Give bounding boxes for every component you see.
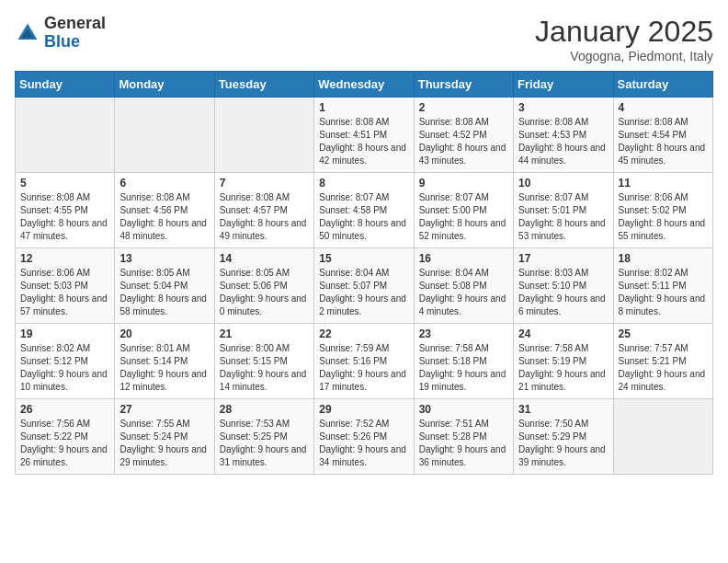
logo-text: General Blue — [44, 15, 106, 52]
calendar-day-cell: 25Sunrise: 7:57 AM Sunset: 5:21 PM Dayli… — [613, 324, 712, 399]
day-info: Sunrise: 7:58 AM Sunset: 5:18 PM Dayligh… — [419, 342, 508, 394]
day-number: 15 — [319, 252, 408, 265]
day-number: 16 — [419, 252, 508, 265]
day-number: 22 — [319, 327, 408, 340]
day-number: 10 — [518, 177, 608, 190]
location: Vogogna, Piedmont, Italy — [535, 49, 713, 63]
calendar-day-cell: 1Sunrise: 8:08 AM Sunset: 4:51 PM Daylig… — [314, 98, 414, 173]
calendar-week-row: 1Sunrise: 8:08 AM Sunset: 4:51 PM Daylig… — [16, 98, 713, 173]
weekday-header: Friday — [514, 72, 613, 98]
calendar-day-cell: 11Sunrise: 8:06 AM Sunset: 5:02 PM Dayli… — [613, 173, 712, 248]
day-info: Sunrise: 8:04 AM Sunset: 5:07 PM Dayligh… — [319, 267, 408, 318]
calendar-day-cell: 13Sunrise: 8:05 AM Sunset: 5:04 PM Dayli… — [115, 248, 214, 324]
calendar-week-row: 26Sunrise: 7:56 AM Sunset: 5:22 PM Dayli… — [16, 399, 713, 475]
day-info: Sunrise: 8:08 AM Sunset: 4:52 PM Dayligh… — [419, 116, 508, 167]
calendar-day-cell: 12Sunrise: 8:06 AM Sunset: 5:03 PM Dayli… — [16, 248, 115, 324]
calendar-day-cell: 10Sunrise: 8:07 AM Sunset: 5:01 PM Dayli… — [514, 173, 613, 248]
day-number: 6 — [119, 177, 209, 190]
day-number: 19 — [20, 327, 109, 340]
day-number: 31 — [518, 403, 608, 416]
day-info: Sunrise: 8:07 AM Sunset: 4:58 PM Dayligh… — [319, 191, 408, 243]
day-number: 1 — [319, 101, 408, 114]
calendar-day-cell: 15Sunrise: 8:04 AM Sunset: 5:07 PM Dayli… — [314, 248, 414, 324]
day-number: 14 — [220, 252, 309, 265]
calendar-day-cell: 30Sunrise: 7:51 AM Sunset: 5:28 PM Dayli… — [414, 399, 513, 475]
day-number: 4 — [619, 101, 708, 114]
calendar-week-row: 12Sunrise: 8:06 AM Sunset: 5:03 PM Dayli… — [16, 248, 713, 324]
day-number: 29 — [319, 403, 408, 416]
calendar-day-cell: 14Sunrise: 8:05 AM Sunset: 5:06 PM Dayli… — [214, 248, 313, 324]
calendar-day-cell: 22Sunrise: 7:59 AM Sunset: 5:16 PM Dayli… — [314, 324, 414, 399]
day-info: Sunrise: 7:51 AM Sunset: 5:28 PM Dayligh… — [419, 418, 508, 469]
day-info: Sunrise: 8:03 AM Sunset: 5:10 PM Dayligh… — [518, 267, 608, 318]
day-info: Sunrise: 8:05 AM Sunset: 5:04 PM Dayligh… — [119, 267, 209, 318]
day-number: 23 — [419, 327, 508, 340]
day-number: 12 — [20, 252, 109, 265]
day-info: Sunrise: 7:57 AM Sunset: 5:21 PM Dayligh… — [619, 342, 708, 394]
logo-icon — [15, 20, 40, 46]
weekday-header: Sunday — [16, 72, 115, 98]
month-title: January 2025 — [535, 15, 713, 49]
day-info: Sunrise: 8:02 AM Sunset: 5:11 PM Dayligh… — [619, 267, 708, 318]
weekday-header: Wednesday — [314, 72, 414, 98]
title-block: January 2025 Vogogna, Piedmont, Italy — [535, 15, 713, 63]
day-info: Sunrise: 7:53 AM Sunset: 5:25 PM Dayligh… — [220, 418, 309, 469]
logo-blue: Blue — [44, 32, 80, 51]
day-info: Sunrise: 8:02 AM Sunset: 5:12 PM Dayligh… — [20, 342, 109, 394]
calendar-day-cell — [16, 98, 115, 173]
day-number: 26 — [20, 403, 109, 416]
calendar-table: SundayMondayTuesdayWednesdayThursdayFrid… — [15, 71, 713, 475]
day-number: 27 — [119, 403, 209, 416]
calendar-week-row: 5Sunrise: 8:08 AM Sunset: 4:55 PM Daylig… — [16, 173, 713, 248]
day-number: 11 — [619, 177, 708, 190]
calendar-day-cell: 21Sunrise: 8:00 AM Sunset: 5:15 PM Dayli… — [214, 324, 313, 399]
day-info: Sunrise: 7:56 AM Sunset: 5:22 PM Dayligh… — [20, 418, 109, 469]
day-number: 8 — [319, 177, 408, 190]
day-info: Sunrise: 8:00 AM Sunset: 5:15 PM Dayligh… — [220, 342, 309, 394]
calendar-day-cell — [613, 399, 712, 475]
header-row: SundayMondayTuesdayWednesdayThursdayFrid… — [16, 72, 713, 98]
calendar-day-cell — [115, 98, 214, 173]
day-info: Sunrise: 8:08 AM Sunset: 4:56 PM Dayligh… — [119, 191, 209, 243]
day-number: 9 — [419, 177, 508, 190]
calendar-week-row: 19Sunrise: 8:02 AM Sunset: 5:12 PM Dayli… — [16, 324, 713, 399]
day-info: Sunrise: 7:52 AM Sunset: 5:26 PM Dayligh… — [319, 418, 408, 469]
day-number: 20 — [119, 327, 209, 340]
day-number: 25 — [619, 327, 708, 340]
calendar-day-cell: 23Sunrise: 7:58 AM Sunset: 5:18 PM Dayli… — [414, 324, 513, 399]
calendar-day-cell: 16Sunrise: 8:04 AM Sunset: 5:08 PM Dayli… — [414, 248, 513, 324]
calendar-day-cell: 3Sunrise: 8:08 AM Sunset: 4:53 PM Daylig… — [514, 98, 613, 173]
logo-general: General — [44, 14, 106, 32]
calendar-day-cell: 9Sunrise: 8:07 AM Sunset: 5:00 PM Daylig… — [414, 173, 513, 248]
calendar-day-cell: 24Sunrise: 7:58 AM Sunset: 5:19 PM Dayli… — [514, 324, 613, 399]
day-number: 24 — [518, 327, 608, 340]
calendar-day-cell: 7Sunrise: 8:08 AM Sunset: 4:57 PM Daylig… — [214, 173, 313, 248]
day-number: 5 — [20, 177, 109, 190]
day-info: Sunrise: 8:04 AM Sunset: 5:08 PM Dayligh… — [419, 267, 508, 318]
calendar-day-cell: 17Sunrise: 8:03 AM Sunset: 5:10 PM Dayli… — [514, 248, 613, 324]
calendar-day-cell: 5Sunrise: 8:08 AM Sunset: 4:55 PM Daylig… — [16, 173, 115, 248]
calendar-day-cell: 2Sunrise: 8:08 AM Sunset: 4:52 PM Daylig… — [414, 98, 513, 173]
day-info: Sunrise: 8:06 AM Sunset: 5:02 PM Dayligh… — [619, 191, 708, 243]
day-number: 17 — [518, 252, 608, 265]
day-number: 30 — [419, 403, 508, 416]
day-info: Sunrise: 8:01 AM Sunset: 5:14 PM Dayligh… — [119, 342, 209, 394]
day-number: 21 — [220, 327, 309, 340]
calendar-day-cell — [214, 98, 313, 173]
calendar-day-cell: 19Sunrise: 8:02 AM Sunset: 5:12 PM Dayli… — [16, 324, 115, 399]
day-info: Sunrise: 8:08 AM Sunset: 4:53 PM Dayligh… — [518, 116, 608, 167]
day-info: Sunrise: 8:08 AM Sunset: 4:55 PM Dayligh… — [20, 191, 109, 243]
day-info: Sunrise: 8:07 AM Sunset: 5:01 PM Dayligh… — [518, 191, 608, 243]
day-number: 18 — [619, 252, 708, 265]
calendar-day-cell: 31Sunrise: 7:50 AM Sunset: 5:29 PM Dayli… — [514, 399, 613, 475]
day-info: Sunrise: 8:08 AM Sunset: 4:57 PM Dayligh… — [220, 191, 309, 243]
day-info: Sunrise: 8:07 AM Sunset: 5:00 PM Dayligh… — [419, 191, 508, 243]
day-info: Sunrise: 8:08 AM Sunset: 4:54 PM Dayligh… — [619, 116, 708, 167]
day-info: Sunrise: 7:58 AM Sunset: 5:19 PM Dayligh… — [518, 342, 608, 394]
day-info: Sunrise: 7:59 AM Sunset: 5:16 PM Dayligh… — [319, 342, 408, 394]
page-header: General Blue January 2025 Vogogna, Piedm… — [15, 15, 713, 63]
day-number: 3 — [518, 101, 608, 114]
day-info: Sunrise: 7:55 AM Sunset: 5:24 PM Dayligh… — [119, 418, 209, 469]
calendar-day-cell: 4Sunrise: 8:08 AM Sunset: 4:54 PM Daylig… — [613, 98, 712, 173]
calendar-day-cell: 20Sunrise: 8:01 AM Sunset: 5:14 PM Dayli… — [115, 324, 214, 399]
